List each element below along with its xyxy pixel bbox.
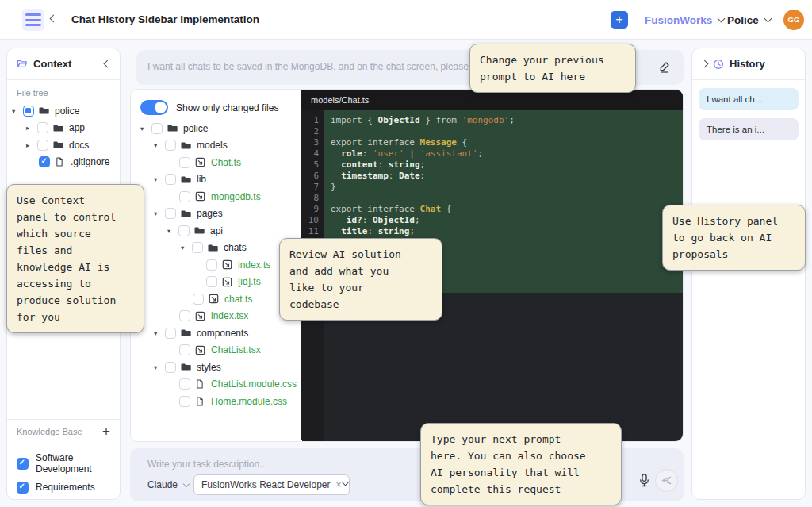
- tree-folder-row[interactable]: ▾police: [7, 102, 120, 120]
- tree-file-row[interactable]: Chat.ts: [131, 154, 301, 171]
- tree-folder-row[interactable]: ▸app: [7, 120, 120, 137]
- add-knowledge-button[interactable]: +: [102, 426, 110, 437]
- workspace-dropdown[interactable]: Police: [727, 0, 771, 40]
- tree-folder-row[interactable]: ▾pages: [131, 205, 301, 223]
- collapse-panel-icon[interactable]: [701, 60, 709, 68]
- new-task-button[interactable]: +: [611, 11, 628, 29]
- tree-file-row[interactable]: [id].ts: [131, 274, 301, 291]
- tree-checkbox[interactable]: [39, 156, 50, 167]
- project-dropdown[interactable]: FusionWorks: [645, 0, 724, 40]
- history-item[interactable]: I want all ch...: [699, 88, 799, 110]
- show-changed-files-toggle[interactable]: [140, 100, 168, 115]
- caret-down-icon[interactable]: ▾: [154, 141, 160, 149]
- caret-down-icon[interactable]: ▾: [154, 329, 160, 337]
- tree-checkbox[interactable]: [151, 123, 163, 134]
- personality-chip[interactable]: FusionWorks React Developer ×: [193, 474, 350, 495]
- tree-file-row[interactable]: .gitignore: [7, 154, 120, 171]
- knowledge-item-label: Software Development: [36, 452, 110, 474]
- code-file-icon: [222, 259, 233, 271]
- tree-checkbox[interactable]: [165, 140, 176, 151]
- caret-down-icon[interactable]: ▾: [181, 244, 187, 252]
- tree-folder-row[interactable]: ▾api: [131, 222, 301, 240]
- back-icon[interactable]: [50, 15, 58, 23]
- tree-item-label: police: [55, 106, 79, 117]
- microphone-icon[interactable]: [639, 474, 649, 490]
- toggle-label: Show only changed files: [176, 102, 278, 113]
- tree-item-label: .gitignore: [71, 156, 109, 167]
- remove-chip-icon[interactable]: ×: [336, 479, 342, 490]
- tree-item-label: pages: [197, 208, 223, 219]
- tree-checkbox[interactable]: [179, 378, 190, 390]
- code-file-icon: [195, 310, 206, 321]
- tree-checkbox[interactable]: [165, 174, 176, 185]
- folder-icon: [167, 123, 178, 134]
- callout-edit-prompt: Change your previous prompt to AI here: [469, 44, 636, 93]
- tree-checkbox[interactable]: [179, 310, 190, 321]
- tree-file-row[interactable]: Home.module.css: [131, 393, 301, 410]
- tree-checkbox[interactable]: [179, 157, 190, 168]
- folder-icon: [181, 174, 192, 185]
- tree-file-row[interactable]: ChatList.module.css: [131, 376, 301, 394]
- model-dropdown[interactable]: Claude: [147, 479, 189, 490]
- tree-item-label: lib: [197, 174, 206, 185]
- tree-folder-row[interactable]: ▾chats: [131, 240, 301, 257]
- caret-right-icon[interactable]: ▸: [26, 141, 33, 149]
- collapse-panel-icon[interactable]: [104, 60, 112, 68]
- tree-folder-row[interactable]: ▾lib: [131, 171, 301, 189]
- tree-checkbox[interactable]: [37, 122, 48, 133]
- tree-checkbox[interactable]: [178, 225, 190, 236]
- tree-file-row[interactable]: index.ts: [131, 256, 301, 274]
- knowledge-base-item[interactable]: Software Development: [7, 451, 120, 475]
- code-file-icon: [222, 276, 233, 287]
- tree-checkbox[interactable]: [23, 106, 34, 117]
- code-line: [331, 193, 684, 204]
- knowledge-checkbox[interactable]: [17, 458, 29, 470]
- tree-checkbox[interactable]: [179, 191, 190, 202]
- tree-folder-row[interactable]: ▾styles: [131, 359, 301, 376]
- knowledge-base-item[interactable]: Requirements: [7, 475, 120, 499]
- tree-checkbox[interactable]: [37, 140, 48, 151]
- tree-checkbox[interactable]: [193, 294, 204, 305]
- caret-right-icon[interactable]: ▸: [26, 124, 33, 132]
- caret-down-icon[interactable]: ▾: [154, 363, 160, 371]
- tree-file-row[interactable]: ChatList.tsx: [131, 342, 301, 359]
- hamburger-menu-icon[interactable]: [22, 9, 44, 31]
- tree-file-row[interactable]: index.tsx: [131, 308, 301, 325]
- tree-item-label: chat.ts: [224, 294, 252, 305]
- tree-checkbox[interactable]: [179, 344, 190, 355]
- tree-folder-row[interactable]: ▾models: [131, 137, 301, 155]
- chevron-down-icon: [764, 15, 772, 23]
- history-clock-icon: [713, 59, 724, 70]
- send-button[interactable]: [655, 469, 678, 492]
- tree-checkbox[interactable]: [179, 396, 190, 407]
- caret-down-icon[interactable]: ▾: [167, 227, 174, 235]
- tree-folder-row[interactable]: ▾police: [131, 120, 301, 137]
- history-item[interactable]: There is an i...: [699, 118, 799, 140]
- tree-checkbox[interactable]: [165, 208, 176, 219]
- code-file-icon: [195, 344, 206, 355]
- tree-checkbox[interactable]: [165, 362, 176, 373]
- avatar[interactable]: GG: [783, 10, 804, 30]
- task-input[interactable]: Write your task description...: [147, 459, 267, 470]
- caret-down-icon[interactable]: ▾: [154, 175, 160, 183]
- tree-checkbox[interactable]: [206, 259, 217, 271]
- tree-folder-row[interactable]: ▸docs: [7, 136, 120, 154]
- tree-file-row[interactable]: mongodb.ts: [131, 188, 301, 205]
- line-number: 5: [301, 159, 319, 171]
- line-number: 11: [301, 226, 319, 237]
- tree-checkbox[interactable]: [165, 328, 176, 339]
- tree-checkbox[interactable]: [206, 276, 217, 287]
- code-line: role: 'user' | 'assistant';: [331, 148, 684, 159]
- code-line: timestamp: Date;: [331, 171, 684, 182]
- caret-down-icon[interactable]: ▾: [154, 209, 160, 217]
- tree-folder-row[interactable]: ▾components: [131, 325, 301, 342]
- tree-file-row[interactable]: chat.ts: [131, 290, 301, 308]
- code-line: _id?: ObjectId;: [331, 215, 684, 226]
- edit-prompt-icon[interactable]: [658, 60, 671, 76]
- chevron-down-icon: [718, 15, 726, 23]
- code-file-icon: [209, 294, 220, 305]
- caret-down-icon[interactable]: ▾: [12, 107, 18, 115]
- knowledge-checkbox[interactable]: [17, 482, 29, 494]
- tree-checkbox[interactable]: [192, 242, 203, 253]
- caret-down-icon[interactable]: ▾: [140, 125, 147, 133]
